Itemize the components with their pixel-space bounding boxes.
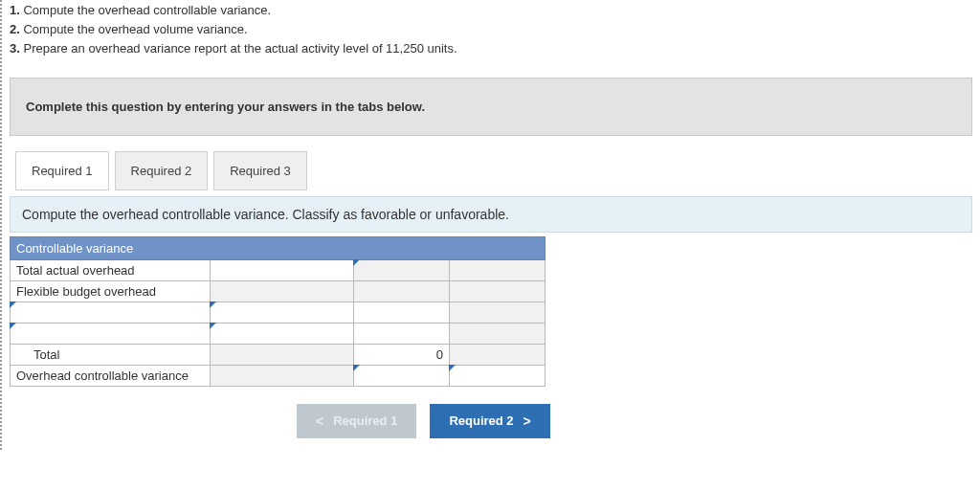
tab-instruction: Compute the overhead controllable varian… xyxy=(10,196,972,233)
disabled-cell xyxy=(450,260,546,281)
row-label-total: Total xyxy=(10,345,211,366)
next-tab-button[interactable]: Required 2 > xyxy=(430,404,549,438)
tab-required-3[interactable]: Required 3 xyxy=(213,151,307,190)
row-label-flexible-budget: Flexible budget overhead xyxy=(10,281,211,302)
input-label-cell[interactable] xyxy=(10,302,211,324)
total-value-cell: 0 xyxy=(354,345,450,366)
prev-tab-button: < Required 1 xyxy=(297,404,416,438)
table-row: Flexible budget overhead xyxy=(10,281,546,302)
row-label-controllable-variance: Overhead controllable variance xyxy=(10,366,211,387)
instruction-list: 1. Compute the overhead controllable var… xyxy=(10,0,972,78)
next-tab-label: Required 2 xyxy=(449,413,513,428)
table-row xyxy=(10,324,546,345)
tab-required-2[interactable]: Required 2 xyxy=(115,151,209,190)
tab-required-1[interactable]: Required 1 xyxy=(15,151,109,190)
input-cell[interactable] xyxy=(450,366,546,387)
disabled-cell xyxy=(211,366,354,387)
chevron-left-icon: < xyxy=(316,413,323,429)
instruction-3-text: Prepare an overhead variance report at t… xyxy=(20,41,457,56)
disabled-cell xyxy=(450,324,546,345)
input-cell[interactable] xyxy=(354,366,450,387)
disabled-cell xyxy=(354,281,450,302)
instruction-3-num: 3. xyxy=(10,41,20,56)
input-cell[interactable] xyxy=(211,324,354,345)
tabs-row: Required 1 Required 2 Required 3 xyxy=(10,151,972,190)
controllable-variance-table: Controllable variance Total actual overh… xyxy=(10,236,546,387)
instruction-1-num: 1. xyxy=(10,3,20,17)
prev-tab-label: Required 1 xyxy=(333,413,397,428)
disabled-cell xyxy=(450,345,546,366)
instruction-2-num: 2. xyxy=(10,22,20,36)
table-row xyxy=(10,302,546,324)
tab-nav-buttons: < Required 1 Required 2 > xyxy=(10,404,972,438)
disabled-cell xyxy=(354,260,450,281)
instruction-2-text: Compute the overhead volume variance. xyxy=(20,22,248,36)
table-row: Total actual overhead xyxy=(10,260,546,281)
table-row-total: Total 0 xyxy=(10,345,546,366)
input-cell[interactable] xyxy=(354,324,450,345)
instruction-1-text: Compute the overhead controllable varian… xyxy=(20,3,271,17)
prompt-banner: Complete this question by entering your … xyxy=(10,78,972,136)
disabled-cell xyxy=(450,281,546,302)
input-cell[interactable] xyxy=(211,260,354,281)
input-cell[interactable] xyxy=(211,302,354,324)
table-row: Overhead controllable variance xyxy=(10,366,546,387)
disabled-cell xyxy=(211,281,354,302)
chevron-right-icon: > xyxy=(523,413,531,429)
disabled-cell xyxy=(450,302,546,324)
row-label-actual-overhead: Total actual overhead xyxy=(10,260,211,281)
table-header: Controllable variance xyxy=(10,236,546,260)
input-label-cell[interactable] xyxy=(10,324,211,345)
input-cell[interactable] xyxy=(354,302,450,324)
disabled-cell xyxy=(211,345,354,366)
